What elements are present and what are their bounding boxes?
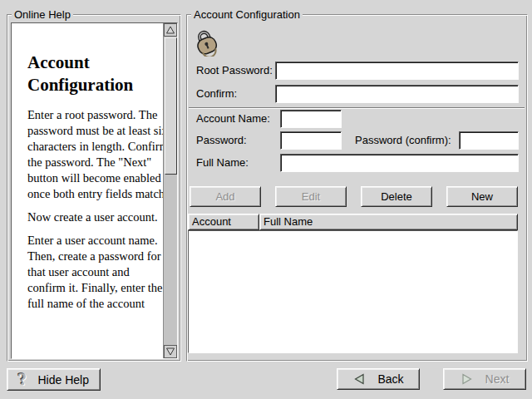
arrow-right-icon bbox=[461, 372, 474, 386]
column-header-account-name[interactable]: Account Name bbox=[188, 214, 259, 230]
password-input[interactable] bbox=[280, 131, 342, 150]
arrow-left-icon bbox=[352, 372, 366, 386]
arrow-down-icon bbox=[165, 346, 176, 357]
online-help-frame-label: Online Help bbox=[12, 8, 73, 21]
root-password-label: Root Password: bbox=[196, 62, 273, 80]
account-configuration-frame-label: Account Configuration bbox=[191, 8, 303, 21]
column-header-full-name[interactable]: Full Name bbox=[259, 214, 518, 230]
help-viewer: Account Configuration Enter a root passw… bbox=[11, 22, 178, 359]
confirm-password-input[interactable] bbox=[275, 85, 519, 103]
hide-help-button[interactable]: ? Hide Help bbox=[7, 368, 101, 391]
question-mark-icon: ? bbox=[17, 370, 28, 388]
help-scrollbar[interactable] bbox=[163, 23, 177, 358]
section-separator bbox=[189, 107, 525, 109]
hide-help-label: Hide Help bbox=[38, 373, 89, 387]
account-name-label: Account Name: bbox=[196, 110, 270, 128]
full-name-label: Full Name: bbox=[196, 154, 249, 172]
next-label: Next bbox=[485, 372, 510, 386]
installer-window: Online Help Account Configuration Enter … bbox=[0, 0, 532, 399]
help-paragraph: Enter a user account name. Then, create … bbox=[27, 233, 163, 312]
next-button[interactable]: Next bbox=[443, 368, 526, 390]
help-paragraph: Enter a root password. The password must… bbox=[27, 107, 163, 202]
back-button[interactable]: Back bbox=[337, 368, 420, 390]
account-name-input[interactable] bbox=[280, 110, 342, 128]
password-confirm-input[interactable] bbox=[459, 131, 519, 150]
arrow-up-icon bbox=[165, 24, 176, 36]
help-text: Account Configuration Enter a root passw… bbox=[12, 23, 163, 358]
confirm-label: Confirm: bbox=[196, 85, 237, 103]
help-paragraph: Now create a user account. bbox=[27, 209, 163, 225]
edit-button[interactable]: Edit bbox=[275, 186, 347, 207]
password-confirm-label: Password (confirm): bbox=[355, 131, 451, 150]
password-label: Password: bbox=[196, 131, 247, 150]
help-title: Account Configuration bbox=[27, 52, 152, 96]
scroll-down-button[interactable] bbox=[164, 345, 177, 358]
new-button[interactable]: New bbox=[446, 186, 518, 207]
user-list-body[interactable] bbox=[188, 230, 518, 353]
scroll-up-button[interactable] bbox=[164, 23, 177, 37]
online-help-frame: Online Help Account Configuration Enter … bbox=[7, 14, 181, 362]
scrollbar-thumb[interactable] bbox=[165, 37, 177, 175]
root-password-input[interactable] bbox=[275, 62, 519, 80]
add-button[interactable]: Add bbox=[190, 186, 261, 207]
delete-button[interactable]: Delete bbox=[361, 186, 432, 207]
full-name-input[interactable] bbox=[280, 154, 519, 172]
padlock-icon bbox=[192, 25, 220, 57]
back-label: Back bbox=[377, 372, 403, 386]
